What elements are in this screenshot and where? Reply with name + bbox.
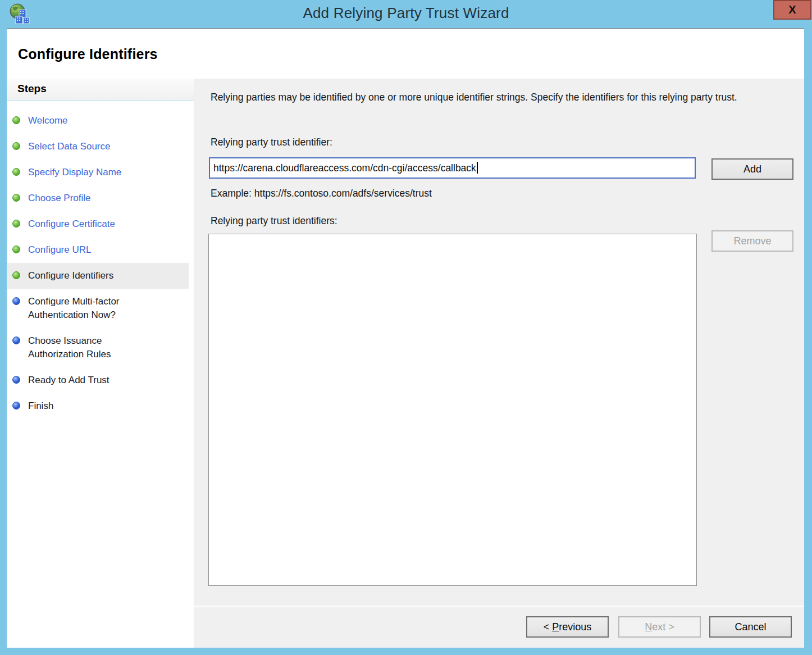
step-pending-icon	[12, 336, 20, 344]
steps-heading: Steps	[7, 79, 194, 101]
wizard-frame: Configure Identifiers Steps Welcome Sele…	[7, 28, 804, 648]
wizard-footer: < Previous Next > Cancel	[194, 606, 804, 648]
identifiers-list-label: Relying party trust identifiers:	[211, 215, 337, 227]
page-header: Configure Identifiers	[7, 29, 804, 79]
step-pending-icon	[12, 376, 20, 384]
sidebar-item-ready-to-add-trust[interactable]: Ready to Add Trust	[7, 367, 189, 393]
example-text: Example: https://fs.contoso.com/adfs/ser…	[211, 188, 432, 199]
add-button[interactable]: Add	[711, 158, 793, 180]
remove-button[interactable]: Remove	[711, 230, 793, 252]
sidebar-item-configure-mfa[interactable]: Configure Multi-factor Authentication No…	[7, 289, 189, 328]
step-current-icon	[12, 271, 20, 279]
main-panel: Relying parties may be identified by one…	[194, 79, 804, 648]
page-title: Configure Identifiers	[7, 46, 158, 62]
identifier-label: Relying party trust identifier:	[211, 137, 332, 148]
step-pending-icon	[12, 297, 20, 305]
step-done-icon	[12, 194, 20, 202]
text-caret	[477, 162, 478, 174]
step-done-icon	[12, 168, 20, 176]
sidebar-item-configure-certificate[interactable]: Configure Certificate	[7, 211, 189, 237]
step-done-icon	[12, 142, 20, 150]
window-title: Add Relying Party Trust Wizard	[0, 4, 812, 22]
next-button[interactable]: Next >	[618, 616, 701, 638]
steps-list: Welcome Select Data Source Specify Displ…	[7, 108, 194, 419]
sidebar-item-configure-identifiers[interactable]: Configure Identifiers	[7, 263, 189, 289]
sidebar-item-configure-url[interactable]: Configure URL	[7, 237, 189, 263]
wizard-window: Add Relying Party Trust Wizard X Configu…	[0, 0, 812, 655]
steps-sidebar: Steps Welcome Select Data Source Specify…	[7, 79, 194, 648]
titlebar: Add Relying Party Trust Wizard X	[0, 0, 812, 28]
intro-text: Relying parties may be identified by one…	[211, 90, 786, 105]
sidebar-item-specify-display-name[interactable]: Specify Display Name	[7, 160, 189, 185]
step-pending-icon	[12, 402, 20, 410]
previous-button[interactable]: < Previous	[526, 616, 609, 638]
identifiers-listbox[interactable]	[208, 234, 697, 586]
close-button[interactable]: X	[773, 0, 811, 20]
identifier-input-value: https://carena.cloudflareaccess.com/cdn-…	[213, 162, 476, 174]
sidebar-item-select-data-source[interactable]: Select Data Source	[7, 134, 189, 160]
sidebar-item-choose-profile[interactable]: Choose Profile	[7, 185, 189, 211]
sidebar-item-choose-issuance-rules[interactable]: Choose Issuance Authorization Rules	[7, 328, 189, 367]
sidebar-item-welcome[interactable]: Welcome	[7, 108, 189, 134]
step-done-icon	[12, 116, 20, 124]
identifier-input[interactable]: https://carena.cloudflareaccess.com/cdn-…	[209, 157, 696, 179]
cancel-button[interactable]: Cancel	[709, 616, 792, 638]
sidebar-item-finish[interactable]: Finish	[7, 393, 189, 419]
step-done-icon	[12, 245, 20, 253]
step-done-icon	[12, 220, 20, 228]
